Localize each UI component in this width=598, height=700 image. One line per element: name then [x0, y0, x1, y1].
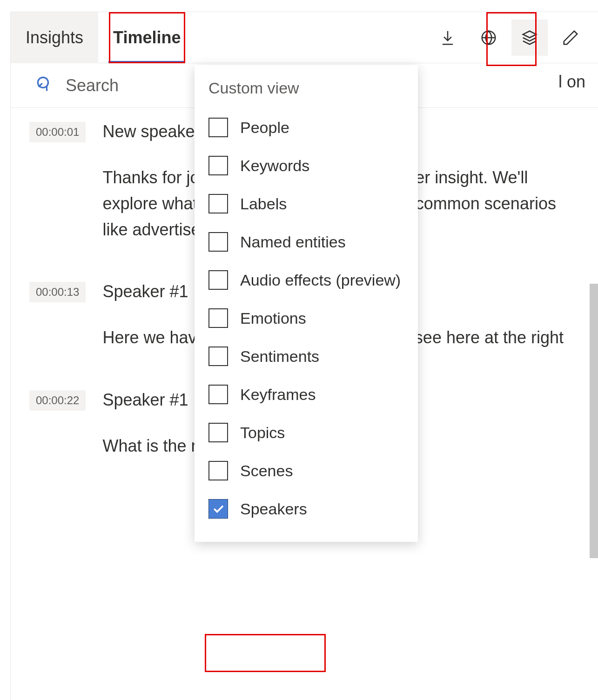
- dropdown-item-speakers[interactable]: Speakers: [195, 490, 418, 528]
- dropdown-item-label: Keyframes: [240, 386, 316, 404]
- dropdown-item-people[interactable]: People: [195, 108, 418, 147]
- dropdown-item-topics[interactable]: Topics: [195, 413, 418, 452]
- timestamp[interactable]: 00:00:22: [29, 390, 86, 411]
- checkbox[interactable]: [208, 118, 228, 137]
- tab-insights-label: Insights: [26, 28, 83, 47]
- timestamp[interactable]: 00:00:01: [29, 122, 86, 142]
- dropdown-title: Custom view: [195, 79, 418, 108]
- checkbox[interactable]: [208, 385, 228, 404]
- dropdown-item-label: Sentiments: [240, 347, 319, 366]
- dropdown-item-audio-effects-preview-[interactable]: Audio effects (preview): [195, 261, 418, 299]
- language-button[interactable]: [470, 20, 507, 56]
- download-button[interactable]: [430, 20, 466, 56]
- dropdown-item-label: Labels: [240, 195, 287, 213]
- checkbox[interactable]: [208, 347, 228, 366]
- dropdown-item-keywords[interactable]: Keywords: [195, 147, 418, 185]
- layers-button[interactable]: [511, 20, 548, 56]
- dropdown-item-label: Keywords: [240, 157, 309, 175]
- checkbox[interactable]: [208, 499, 228, 519]
- dropdown-item-label: Topics: [240, 424, 285, 442]
- dropdown-item-keyframes[interactable]: Keyframes: [195, 375, 418, 413]
- dropdown-item-emotions[interactable]: Emotions: [195, 299, 418, 337]
- search-icon: [35, 74, 53, 96]
- layers-icon: [521, 29, 538, 47]
- checkbox[interactable]: [208, 194, 228, 213]
- dropdown-item-label: Scenes: [240, 462, 293, 480]
- checkbox[interactable]: [208, 156, 228, 175]
- dropdown-item-scenes[interactable]: Scenes: [195, 452, 418, 490]
- tab-timeline[interactable]: Timeline: [98, 12, 195, 63]
- checkbox[interactable]: [208, 270, 228, 290]
- checkbox[interactable]: [208, 423, 228, 442]
- checkbox[interactable]: [208, 308, 228, 328]
- dropdown-item-label: People: [240, 119, 289, 137]
- tab-timeline-label: Timeline: [113, 28, 181, 47]
- tab-bar: Insights Timeline: [11, 12, 598, 63]
- dropdown-item-label: Emotions: [240, 309, 306, 327]
- tab-insights[interactable]: Insights: [11, 12, 98, 63]
- dropdown-item-labels[interactable]: Labels: [195, 185, 418, 223]
- overflow-autoscroll-text: l on: [558, 72, 598, 92]
- checkbox[interactable]: [208, 461, 228, 480]
- dropdown-item-sentiments[interactable]: Sentiments: [195, 337, 418, 375]
- dropdown-item-label: Speakers: [240, 500, 307, 518]
- download-icon: [439, 29, 457, 47]
- checkbox[interactable]: [208, 232, 228, 252]
- custom-view-dropdown: Custom view PeopleKeywordsLabelsNamed en…: [195, 65, 418, 542]
- globe-icon: [480, 29, 497, 47]
- dropdown-item-label: Named entities: [240, 233, 346, 251]
- scrollbar-thumb[interactable]: [590, 284, 598, 558]
- timestamp[interactable]: 00:00:13: [29, 282, 86, 302]
- edit-button[interactable]: [552, 20, 589, 56]
- pencil-icon: [562, 29, 579, 47]
- dropdown-item-label: Audio effects (preview): [240, 271, 401, 289]
- tabs-container: Insights Timeline: [11, 12, 195, 63]
- dropdown-item-named-entities[interactable]: Named entities: [195, 223, 418, 261]
